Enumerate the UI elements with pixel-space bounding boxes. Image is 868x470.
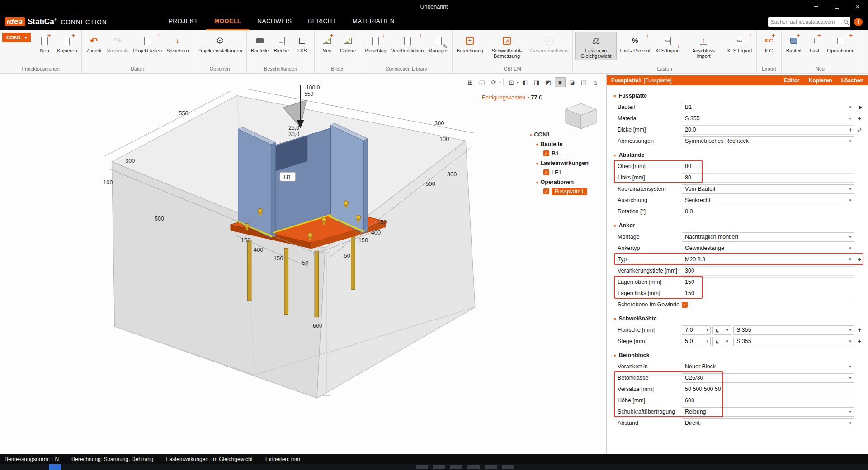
tree-item-le1[interactable]: LE1	[530, 168, 606, 177]
tree-node-con1[interactable]: CON1	[530, 130, 606, 139]
home-view-button[interactable]: ⌂	[590, 77, 601, 87]
veroeffentlichen-button[interactable]: Veröffentlichen	[389, 32, 426, 54]
material-select[interactable]: S 355	[682, 114, 854, 123]
add-anchor-type-button[interactable]	[854, 256, 864, 263]
chevron-down-icon[interactable]: ▾	[499, 80, 501, 85]
speichern-button[interactable]: Speichern	[165, 32, 191, 54]
navigation-cube[interactable]	[559, 100, 603, 133]
lks-button[interactable]: LKS	[292, 32, 312, 54]
berechnung-button[interactable]: Berechnung	[455, 32, 485, 60]
editor-button[interactable]: Editor	[784, 77, 800, 84]
anschluss-import-button[interactable]: Anschluss Import	[683, 32, 724, 60]
galerie-button[interactable]: Galerie	[338, 32, 358, 54]
section-fussplatte[interactable]: Fussplatte	[614, 92, 864, 100]
lagen-links-input[interactable]: 150	[682, 289, 854, 298]
status-bemessungsnorm[interactable]: Bemessungsnorm: EN	[5, 456, 59, 462]
tree-node-bauteile[interactable]: Bauteile	[530, 139, 606, 149]
pick-in-scene-icon[interactable]	[854, 104, 864, 110]
status-berechnung[interactable]: Berechnung: Spannung, Dehnung	[71, 456, 153, 462]
tab-projekt[interactable]: PROJEKT	[160, 13, 206, 30]
chevron-down-icon[interactable]	[536, 179, 538, 185]
manager-button[interactable]: Manager	[426, 32, 449, 54]
search-input[interactable]	[771, 19, 842, 24]
stepper-arrows-icon[interactable]	[707, 328, 708, 332]
oben-input[interactable]: 80	[682, 162, 854, 171]
zurueck-button[interactable]: Zurück	[84, 32, 104, 54]
neu-operationen-button[interactable]: Operationen	[826, 32, 857, 54]
add-material-button[interactable]	[854, 115, 864, 122]
view-side-button[interactable]: ◨	[531, 77, 542, 87]
status-einheiten[interactable]: Einheiten: mm	[265, 456, 300, 462]
bleche-labels-button[interactable]: Bleche	[271, 32, 291, 54]
lagen-oben-input[interactable]: 150	[682, 277, 854, 287]
minimize-button[interactable]	[806, 0, 826, 13]
projekt-teilen-button[interactable]: Projekt teilen	[131, 32, 164, 54]
add-weld-material-button[interactable]	[854, 338, 864, 345]
last-prozent-button[interactable]: Last - Prozent	[618, 32, 652, 60]
checkbox-checked[interactable]	[543, 188, 549, 194]
ausrichtung-select[interactable]: Senkrecht	[682, 196, 854, 205]
scherebene-checkbox[interactable]	[682, 302, 688, 308]
close-button[interactable]	[847, 0, 868, 13]
checkbox-checked[interactable]	[543, 169, 549, 175]
bauteil-select[interactable]: B1	[682, 103, 854, 112]
projekteinstellungen-button[interactable]: Projekteinstellungen	[196, 32, 244, 54]
flansche-weld-type-select[interactable]	[712, 325, 731, 335]
kopieren-button[interactable]: Kopieren	[55, 32, 79, 54]
chevron-down-icon[interactable]	[530, 132, 532, 138]
dicke-input[interactable]: 20,0	[682, 125, 854, 135]
stege-thickness-input[interactable]: 5,0	[682, 337, 711, 346]
section-schweissnaehte[interactable]: Schweißnähte	[614, 315, 864, 323]
schweissnaht-bemessung-button[interactable]: Schweißnaht-Bemessung	[486, 32, 528, 60]
tab-bericht[interactable]: BERICHT	[300, 13, 344, 30]
xls-export-button[interactable]: XLS Export	[725, 32, 754, 60]
xls-import-button[interactable]: XLS Import	[653, 32, 682, 60]
view-top-button[interactable]: ◩	[543, 77, 554, 87]
zoom-extents-button[interactable]: ◱	[476, 77, 487, 87]
measure-tool-button[interactable]: ⊞	[465, 77, 476, 87]
betonklasse-select[interactable]: C25/30	[682, 373, 854, 383]
search-field[interactable]	[768, 17, 850, 27]
transparency-button[interactable]: ◫	[578, 77, 589, 87]
chevron-down-icon[interactable]: ▾	[517, 80, 519, 85]
schubkraftuebertragung-select[interactable]: Reibung	[682, 407, 854, 417]
vorschlag-button[interactable]: Vorschlag	[363, 32, 388, 54]
status-lasteinwirkungen[interactable]: Lasteinwirkungen: Im Gleichgewicht	[166, 456, 253, 462]
verankerungstiefe-input[interactable]: 300	[682, 266, 854, 276]
tree-node-lasteinwirkungen[interactable]: Lasteinwirkungen	[530, 158, 606, 168]
taskbar-tile[interactable]	[502, 465, 514, 469]
section-betonblock[interactable]: Betonblock	[614, 351, 864, 359]
view-axon-button[interactable]: ◪	[566, 77, 577, 87]
taskbar-tile[interactable]	[433, 465, 445, 469]
tab-modell[interactable]: MODELL	[206, 13, 249, 30]
3d-viewport-canvas[interactable]: -100,0 550 25,0 30,0 B1 550	[0, 75, 606, 453]
ankertyp-select[interactable]: Gewindestange	[682, 244, 854, 253]
taskbar-app-tile[interactable]	[49, 464, 61, 470]
rotation-input[interactable]: 0,0	[682, 207, 854, 216]
maximize-button[interactable]	[826, 0, 847, 13]
flansche-material-select[interactable]: S 355	[733, 325, 854, 335]
tree-node-operationen[interactable]: Operationen	[530, 177, 606, 187]
taskbar-tile[interactable]	[450, 465, 462, 469]
ifc-export-button[interactable]: IFC	[759, 32, 779, 54]
taskbar-tile[interactable]	[467, 465, 480, 469]
tab-nachweis[interactable]: NACHWEIS	[249, 13, 300, 30]
hoehe-input[interactable]: 600	[682, 396, 854, 405]
koordinatensystem-select[interactable]: Vom Bauteil	[682, 184, 854, 194]
abstand-select[interactable]: Direkt	[682, 418, 854, 428]
tab-materialien[interactable]: MATERIALIEN	[344, 13, 402, 30]
neu-bauteil-button[interactable]: Bauteil	[784, 32, 804, 54]
view-front-button[interactable]: ◧	[519, 77, 530, 87]
rotate-view-button[interactable]: ⟳	[488, 77, 499, 87]
neu-bild-button[interactable]: Neu	[317, 32, 337, 54]
kopieren-operation-button[interactable]: Kopieren	[809, 77, 832, 84]
checkbox-checked[interactable]	[543, 150, 549, 156]
connection-selector[interactable]: CON1	[2, 33, 31, 42]
bauteile-labels-button[interactable]: Bauteile	[249, 32, 271, 54]
taskbar-tile[interactable]	[485, 465, 497, 469]
viewport-3d[interactable]: -100,0 550 25,0 30,0 B1 550	[0, 74, 606, 454]
stepper-arrows-icon[interactable]	[707, 339, 708, 343]
montage-select[interactable]: Nachträglich montiert	[682, 232, 854, 242]
links-input[interactable]: 80	[682, 173, 854, 183]
lasten-im-gleichgewicht-toggle[interactable]: Lasten im Gleichgewicht	[575, 32, 617, 60]
